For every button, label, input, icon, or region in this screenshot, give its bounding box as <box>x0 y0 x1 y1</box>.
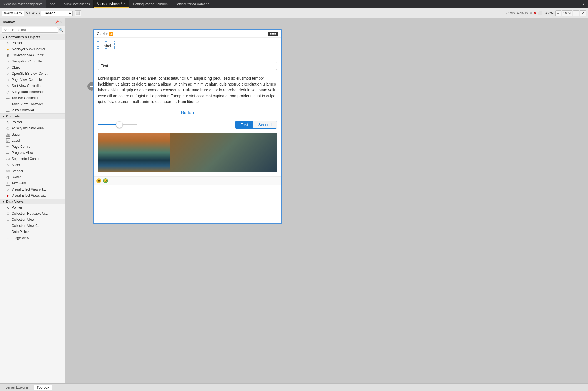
toolbox-title: Toolbox <box>2 20 53 24</box>
iphone-content: Label Lorem ipsum dolor sit er elit lame… <box>94 38 281 176</box>
toolbox-item-stepper[interactable]: ⊟⊟ Stepper <box>0 168 65 174</box>
section-data-views[interactable]: ▼ Data Views <box>0 199 65 204</box>
bottom-tab-server-explorer[interactable]: Server Explorer <box>2 385 31 390</box>
zoom-controls: ZOOM − 100% + ⤢ <box>544 10 586 16</box>
avplayer-icon: ● <box>6 47 10 51</box>
handle-b[interactable] <box>105 48 107 50</box>
label-widget-container[interactable]: Label <box>98 42 277 55</box>
toolbox-item-pointer1[interactable]: ↖ Pointer <box>0 40 65 46</box>
toolbox-item-storyboard-reference[interactable]: ◌ Storyboard Reference <box>0 89 65 95</box>
toolbox-item-collection-view-ctrl[interactable]: ⚙ Collection View Contr... <box>0 52 65 58</box>
section-data-views-items: ↖ Pointer ⊞ Collection Reusable Vi... ⊞ … <box>0 204 65 241</box>
toolbox-item-object[interactable]: ○ Object <box>0 64 65 71</box>
bottom-tab-bar: Server Explorer Toolbox <box>0 383 588 391</box>
handle-mr[interactable] <box>114 45 115 47</box>
handle-tl[interactable] <box>97 41 99 43</box>
handle-tr[interactable] <box>114 41 115 43</box>
toolbox-item-activity-indicator[interactable]: ◌ Activity Indicator View <box>0 125 65 131</box>
section-controls-items: ↖ Pointer ◌ Activity Indicator View btn … <box>0 119 65 199</box>
view-as-select[interactable]: Generic iPhone 4-inch iPhone 4.7-inch <box>41 11 73 16</box>
toolbox-item-switch[interactable]: ◑ Switch <box>0 174 65 180</box>
tab-bar: ViewController.designer.cs App2 ViewCont… <box>0 0 588 8</box>
toolbox-item-text-field[interactable]: T Text Field <box>0 180 65 186</box>
zoom-fit-button[interactable]: ⤢ <box>580 10 586 16</box>
toolbox-item-pointer2[interactable]: ↖ Pointer <box>0 119 65 125</box>
constraints-add-icon[interactable]: ⊕ <box>529 11 532 15</box>
toolbox-item-visual-effect2[interactable]: ● Visual Effect Views wit... <box>0 192 65 199</box>
toolbox-item-view-controller[interactable]: ▬ View Controller <box>0 107 65 113</box>
slider-icon: ○ <box>6 163 10 167</box>
constraints-remove-icon[interactable]: ✕ <box>534 11 537 15</box>
toolbox-item-slider[interactable]: ○ Slider <box>0 162 65 168</box>
storyboard-reference-icon: ◌ <box>6 90 10 94</box>
bottom-tab-toolbox[interactable]: Toolbox <box>34 385 52 390</box>
button-icon: btn <box>6 132 10 137</box>
toolbox-pin-icon[interactable]: 📌 <box>55 20 59 24</box>
toolbox-item-image-view[interactable]: ⊞ Image View <box>0 235 65 241</box>
toolbox-item-segmented-control[interactable]: ⊟⊟ Segmented Control <box>0 156 65 162</box>
zoom-in-button[interactable]: + <box>573 10 579 16</box>
search-icon[interactable]: 🔍 <box>59 28 63 32</box>
carrier-label: Carrier 📶 <box>97 32 113 36</box>
toolbox-search-input[interactable] <box>2 27 58 33</box>
toolbox-item-tab-bar-controller[interactable]: ▬ Tab Bar Controller <box>0 95 65 101</box>
toolbox-item-page-control[interactable]: ••• Page Control <box>0 144 65 150</box>
section-controllers-objects[interactable]: ▼ Controllers & Objects <box>0 34 65 40</box>
toolbox-item-page-view-controller[interactable]: ○ Page View Controller <box>0 77 65 83</box>
toolbox-item-collection-view[interactable]: ⊞ Collection View <box>0 217 65 223</box>
zoom-out-button[interactable]: − <box>555 10 561 16</box>
toolbox-item-avplayer[interactable]: ● AVPlayer View Control... <box>0 46 65 52</box>
visual-effect2-icon: ● <box>6 193 10 198</box>
ios-button[interactable]: Button <box>98 110 277 115</box>
section-controls[interactable]: ▼ Controls <box>0 113 65 119</box>
view-controller-icon: ▬ <box>6 108 10 112</box>
label-widget[interactable]: Label <box>98 42 115 49</box>
toolbox-item-label[interactable]: lbl Label <box>0 137 65 144</box>
segmented-first-button[interactable]: First <box>235 121 253 128</box>
toolbox-item-opengl[interactable]: ○ OpenGL ES View Cont... <box>0 71 65 77</box>
page-control-icon: ••• <box>6 144 10 149</box>
toolbox-item-progress-view[interactable]: ▬ Progress View <box>0 150 65 156</box>
slider-track[interactable] <box>98 124 137 125</box>
toolbox-item-navigation-controller[interactable]: ○ Navigation Controller <box>0 58 65 64</box>
tab-gettingstarted1[interactable]: GettingStarted.Xamarin <box>129 0 171 8</box>
handle-br[interactable] <box>114 48 115 50</box>
toolbox-item-date-picker[interactable]: ⊞ Date Picker <box>0 229 65 235</box>
close-tab-button[interactable]: ✕ <box>124 2 126 5</box>
secondary-toolbar: WAny HAny VIEW AS Generic iPhone 4-inch … <box>0 8 588 18</box>
iphone-view-controller[interactable]: Carrier 📶 ■■■■ <box>93 29 282 224</box>
handle-t[interactable] <box>105 41 107 43</box>
pointer3-icon: ↖ <box>6 205 10 210</box>
toolbox-item-table-view-controller[interactable]: ≡ Table View Controller <box>0 101 65 107</box>
mockup-bottom-bar: 😊 😊 <box>94 176 281 185</box>
handle-bl[interactable] <box>97 48 99 50</box>
toolbox-item-pointer3[interactable]: ↖ Pointer <box>0 204 65 210</box>
bottom-circle-1: 😊 <box>96 178 101 183</box>
tab-app2[interactable]: App2 <box>46 0 61 8</box>
pointer-icon: ↖ <box>6 41 10 45</box>
toolbox-item-collection-reusable[interactable]: ⊞ Collection Reusable Vi... <box>0 210 65 217</box>
zoom-100-button[interactable]: 100% <box>562 10 572 16</box>
label-text: Label <box>102 44 111 48</box>
toolbox-item-button[interactable]: btn Button <box>0 131 65 137</box>
text-field-widget[interactable] <box>98 62 277 70</box>
table-view-controller-icon: ≡ <box>6 102 10 106</box>
slider-thumb[interactable] <box>116 121 123 128</box>
segmented-second-button[interactable]: Second <box>253 121 277 128</box>
frame-button[interactable]: ⬜ <box>75 10 81 16</box>
tab-main-storyboard[interactable]: Main.storyboard* ✕ <box>94 0 130 8</box>
toolbox-close-icon[interactable]: ✕ <box>60 20 63 24</box>
tab-gettingstarted2[interactable]: GettingStarted.Xamarin <box>171 0 213 8</box>
toolbox-item-visual-effect1[interactable]: ○ Visual Effect View wit... <box>0 186 65 192</box>
tab-viewcontroller-cs[interactable]: ViewController.cs <box>61 0 93 8</box>
storyboard-canvas[interactable]: ↩ Carrier 📶 ■■■■ <box>65 18 588 383</box>
tab-dropdown-icon[interactable]: ▾ <box>581 2 586 6</box>
size-class-label[interactable]: WAny HAny <box>2 11 24 16</box>
tab-viewcontroller-designer[interactable]: ViewController.designer.cs <box>0 0 46 8</box>
handle-ml[interactable] <box>97 45 99 47</box>
lorem-text: Lorem ipsum dolor sit er elit lamet, con… <box>98 76 277 105</box>
object-icon: ○ <box>6 65 10 70</box>
toolbox-item-split-view-controller[interactable]: ○ Split View Controller <box>0 83 65 89</box>
constraints-frame-icon[interactable]: ⬜ <box>538 11 542 15</box>
toolbox-item-collection-view-cell[interactable]: ⊞ Collection View Cell <box>0 223 65 229</box>
